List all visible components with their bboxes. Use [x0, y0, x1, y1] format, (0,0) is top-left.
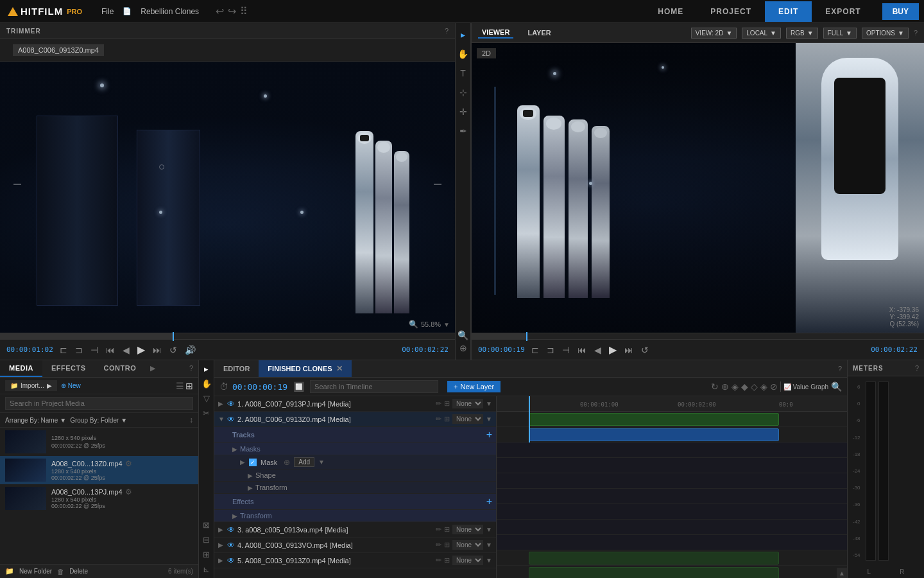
effects-add-icon[interactable]: +: [486, 496, 492, 507]
finished-close-icon[interactable]: ✕: [336, 364, 343, 373]
clip-1[interactable]: [529, 413, 779, 426]
redo-icon[interactable]: ↪: [228, 5, 236, 17]
tl-icon-7[interactable]: ⊘: [770, 381, 778, 392]
timeline-search-input[interactable]: [310, 380, 438, 393]
eye-icon[interactable]: 👁: [227, 541, 235, 550]
edit-icon[interactable]: ✏: [436, 415, 441, 423]
view-dropdown[interactable]: VIEW: 2D▼: [691, 28, 737, 39]
timeline-layer-4[interactable]: ▶ 👁 4. A008_C003_0913VO.mp4 [Media] ✏ ⊞ …: [214, 538, 496, 553]
tab-export[interactable]: EXPORT: [812, 1, 874, 22]
grid-icon[interactable]: ⊞: [444, 415, 450, 423]
clip-4[interactable]: [529, 567, 779, 578]
timeline-tab-editor[interactable]: EDITOR: [214, 361, 259, 376]
grid-icon[interactable]: ⊞: [444, 556, 450, 565]
tl-slip-icon[interactable]: ⊟: [200, 535, 213, 545]
shape-expand[interactable]: ▶: [248, 472, 253, 479]
text-tool-icon[interactable]: T: [457, 67, 470, 80]
mask-expand[interactable]: ▶: [240, 459, 245, 466]
media-search-input[interactable]: [5, 397, 193, 410]
grid-icon[interactable]: ⊞: [444, 541, 450, 549]
tl-filter-icon[interactable]: ▽: [200, 394, 213, 403]
viewer-tab-layer[interactable]: LAYER: [524, 28, 554, 38]
viewer-out-icon[interactable]: ⊐: [545, 344, 556, 356]
viewer-play[interactable]: ▶: [608, 342, 618, 357]
grid-view-icon[interactable]: ⊞: [185, 381, 193, 391]
eye-icon[interactable]: 👁: [227, 525, 235, 534]
full-dropdown[interactable]: FULL▼: [823, 28, 857, 39]
viewer-next-frame[interactable]: ⏭: [623, 344, 635, 356]
viewer-in-icon[interactable]: ⊏: [530, 344, 540, 356]
select-tool-icon[interactable]: ▸: [457, 28, 470, 41]
expand-icon[interactable]: ▶: [218, 400, 225, 407]
viewer-loop[interactable]: ↺: [640, 344, 650, 356]
local-dropdown[interactable]: LOCAL▼: [742, 28, 781, 39]
list-item[interactable]: A008_C00...13PJ.mp4 ⚙ 1280 x 540 pixels …: [0, 484, 198, 512]
tl-slip2-icon[interactable]: ⊞: [200, 550, 213, 559]
expand-icon[interactable]: ▼: [218, 416, 225, 423]
tl-marker-icon[interactable]: ⊾: [200, 565, 213, 574]
tl-icon-1[interactable]: ↻: [711, 381, 719, 392]
clip-3[interactable]: [529, 552, 779, 565]
blend-mode-select[interactable]: None: [452, 399, 483, 408]
timeline-layer-1[interactable]: ▶ 👁 1. A008_C007_0913PJ.mp4 [Media] ✏ ⊞ …: [214, 396, 496, 412]
media-tab-effects[interactable]: EFFECTS: [42, 360, 95, 377]
trimmer-prev-frame[interactable]: ⏮: [105, 344, 116, 356]
tl-select-icon[interactable]: ▸: [200, 364, 213, 374]
tl-icon-4[interactable]: ◆: [741, 381, 748, 392]
pan-tool-icon[interactable]: ✋: [457, 48, 470, 60]
tl-pan-icon[interactable]: ✋: [200, 379, 213, 389]
mask-add-icon[interactable]: ⊕: [284, 458, 290, 467]
group-dropdown[interactable]: Group By: Folder ▼: [70, 417, 127, 424]
masks-expand[interactable]: ▶: [232, 446, 237, 453]
import-button[interactable]: 📁 Import... ▶: [5, 380, 57, 391]
undo-icon[interactable]: ↩: [216, 5, 224, 17]
timeline-help-icon[interactable]: ?: [833, 361, 847, 376]
trimmer-play[interactable]: ▶: [136, 342, 146, 357]
viewer-mark-in[interactable]: ⊣: [561, 344, 571, 356]
eye-icon[interactable]: 👁: [227, 556, 235, 565]
mask-checkbox[interactable]: [249, 459, 257, 466]
blend-mode-select[interactable]: None: [452, 540, 483, 550]
new-layer-button[interactable]: + New Layer: [447, 381, 501, 392]
clip-2[interactable]: [529, 428, 779, 441]
trimmer-out-icon[interactable]: ⊐: [74, 344, 84, 356]
filter-icon[interactable]: ↕: [189, 416, 193, 425]
value-graph-button[interactable]: 📈 Value Graph: [783, 383, 828, 390]
blend-mode-select[interactable]: None: [452, 525, 483, 534]
transform-tool-icon[interactable]: ⊹: [457, 86, 470, 99]
expand-icon[interactable]: ▶: [218, 541, 225, 548]
trimmer-in-icon[interactable]: ⊏: [58, 344, 69, 356]
trimmer-loop[interactable]: ↺: [168, 344, 178, 356]
edit-icon[interactable]: ✏: [436, 541, 441, 549]
trimmer-audio[interactable]: 🔊: [184, 344, 197, 356]
trimmer-mark-in[interactable]: ⊣: [89, 344, 99, 356]
pen-tool-icon[interactable]: ✒: [457, 125, 470, 137]
expand-icon[interactable]: ▶: [218, 526, 225, 533]
timeline-layer-2[interactable]: ▼ 👁 2. A008_C006_0913Z0.mp4 [Media] ✏ ⊞ …: [214, 412, 496, 427]
list-item[interactable]: A008_C00...13Z0.mp4 ⚙ 1280 x 540 pixels …: [0, 456, 198, 484]
mask-dropdown[interactable]: ▼: [318, 459, 325, 466]
tab-project[interactable]: PROJECT: [697, 1, 765, 22]
move-tool-icon[interactable]: ✛: [457, 105, 470, 118]
point-tool-icon[interactable]: ⊕: [457, 342, 470, 355]
edit-icon[interactable]: ✏: [436, 556, 441, 565]
menu-file[interactable]: File: [95, 4, 120, 19]
media-tab-more-icon[interactable]: ▶: [145, 360, 160, 377]
trimmer-zoom-icon[interactable]: 🔍: [409, 320, 418, 329]
trimmer-play-back[interactable]: ◀: [121, 344, 131, 356]
tab-edit[interactable]: EDIT: [765, 1, 812, 22]
tl-snap-icon[interactable]: 🔲: [291, 380, 306, 393]
mask-add-button[interactable]: Add: [294, 457, 314, 467]
transform-expand[interactable]: ▶: [248, 484, 253, 491]
tl-icon-6[interactable]: ◈: [760, 381, 767, 392]
tl-ripple-icon[interactable]: ⊠: [200, 520, 213, 530]
grid-icon[interactable]: ⊞: [444, 525, 450, 534]
trimmer-help-icon[interactable]: ?: [445, 27, 449, 35]
viewer-prev-frame[interactable]: ⏮: [576, 344, 588, 356]
media-tab-contro[interactable]: CONTRO: [95, 360, 146, 377]
media-gear-icon[interactable]: ⚙: [125, 459, 132, 468]
trimmer-zoom-dropdown[interactable]: ▼: [443, 321, 450, 328]
media-tab-media[interactable]: MEDIA: [0, 360, 42, 377]
blend-mode-select[interactable]: None: [452, 556, 483, 565]
viewer-help-icon[interactable]: ?: [914, 29, 918, 37]
